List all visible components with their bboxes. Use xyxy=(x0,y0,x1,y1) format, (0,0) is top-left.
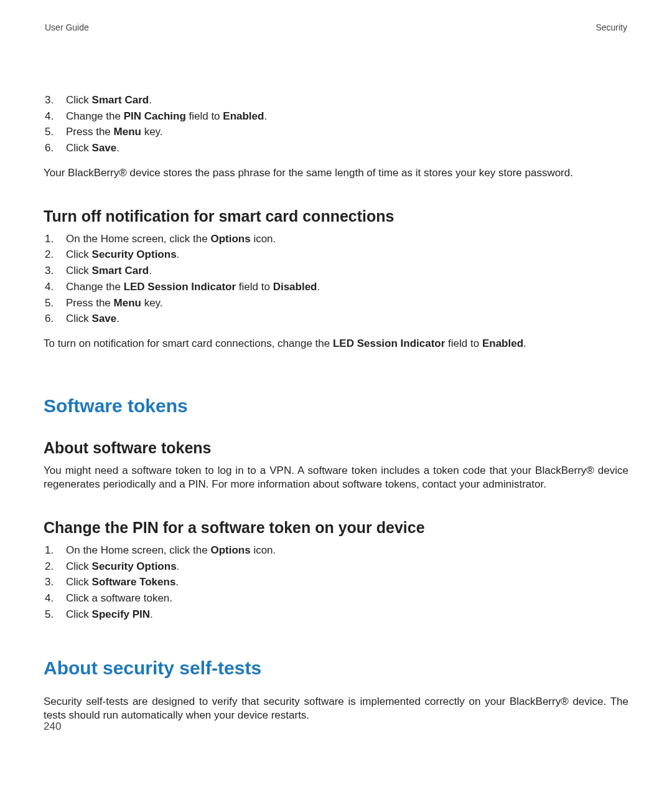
paragraph: Your BlackBerry® device stores the pass … xyxy=(44,166,628,180)
step-text: Click Security Options. xyxy=(66,248,628,262)
step-text: Click Software Tokens. xyxy=(66,575,628,589)
step-number: 5. xyxy=(44,125,66,139)
header-right: Security xyxy=(595,22,627,34)
step-number: 2. xyxy=(44,248,66,262)
step-text: Click Security Options. xyxy=(66,560,628,573)
step-number: 3. xyxy=(44,93,66,107)
step-number: 5. xyxy=(44,296,66,310)
step-text: Click Specify PIN. xyxy=(66,608,628,621)
step-text: Change the LED Session Indicator field t… xyxy=(66,280,628,294)
heading-about-security-self-tests: About security self-tests xyxy=(44,656,628,680)
steps-list: 1.On the Home screen, click the Options … xyxy=(44,544,628,621)
paragraph: Security self-tests are designed to veri… xyxy=(44,695,628,722)
heading-software-tokens: Software tokens xyxy=(44,394,628,418)
step-text: Click Save. xyxy=(66,312,628,326)
step-item: 3.Click Software Tokens. xyxy=(44,575,628,589)
step-item: 2.Click Security Options. xyxy=(44,560,628,573)
step-text: Press the Menu key. xyxy=(66,125,628,139)
header-left: User Guide xyxy=(45,22,89,34)
step-number: 1. xyxy=(44,544,66,557)
step-item: 4.Click a software token. xyxy=(44,592,628,605)
step-number: 2. xyxy=(44,560,66,573)
step-number: 3. xyxy=(44,264,66,278)
step-text: Change the PIN Caching field to Enabled. xyxy=(66,110,628,123)
step-number: 4. xyxy=(44,280,66,294)
step-number: 6. xyxy=(44,312,66,326)
step-text: Press the Menu key. xyxy=(66,296,628,310)
step-number: 6. xyxy=(44,141,66,155)
step-item: 4.Change the LED Session Indicator field… xyxy=(44,280,628,294)
step-number: 1. xyxy=(44,232,66,246)
step-number: 4. xyxy=(44,110,66,123)
paragraph: To turn on notification for smart card c… xyxy=(44,337,628,351)
step-text: Click Smart Card. xyxy=(66,264,628,278)
step-item: 4.Change the PIN Caching field to Enable… xyxy=(44,110,628,123)
heading-change-pin: Change the PIN for a software token on y… xyxy=(44,517,628,537)
step-item: 5.Press the Menu key. xyxy=(44,125,628,139)
step-number: 5. xyxy=(44,608,66,621)
heading-turn-off-notification: Turn off notification for smart card con… xyxy=(44,206,628,226)
step-item: 6.Click Save. xyxy=(44,312,628,326)
step-text: Click a software token. xyxy=(66,592,628,605)
page: User Guide Security 3.Click Smart Card.4… xyxy=(0,0,672,807)
step-number: 4. xyxy=(44,592,66,605)
steps-list-continued: 3.Click Smart Card.4.Change the PIN Cach… xyxy=(44,93,628,155)
step-item: 2.Click Security Options. xyxy=(44,248,628,262)
step-item: 3.Click Smart Card. xyxy=(44,264,628,278)
page-header: User Guide Security xyxy=(44,22,628,34)
step-item: 1.On the Home screen, click the Options … xyxy=(44,232,628,246)
step-text: On the Home screen, click the Options ic… xyxy=(66,544,628,557)
step-text: Click Save. xyxy=(66,141,628,155)
step-item: 5.Click Specify PIN. xyxy=(44,608,628,621)
steps-list: 1.On the Home screen, click the Options … xyxy=(44,232,628,326)
heading-about-software-tokens: About software tokens xyxy=(44,438,628,458)
step-item: 5.Press the Menu key. xyxy=(44,296,628,310)
step-number: 3. xyxy=(44,575,66,589)
step-item: 6.Click Save. xyxy=(44,141,628,155)
step-text: Click Smart Card. xyxy=(66,93,628,107)
page-number: 240 xyxy=(44,720,61,734)
step-item: 3.Click Smart Card. xyxy=(44,93,628,107)
paragraph: You might need a software token to log i… xyxy=(44,464,628,491)
step-item: 1.On the Home screen, click the Options … xyxy=(44,544,628,557)
step-text: On the Home screen, click the Options ic… xyxy=(66,232,628,246)
